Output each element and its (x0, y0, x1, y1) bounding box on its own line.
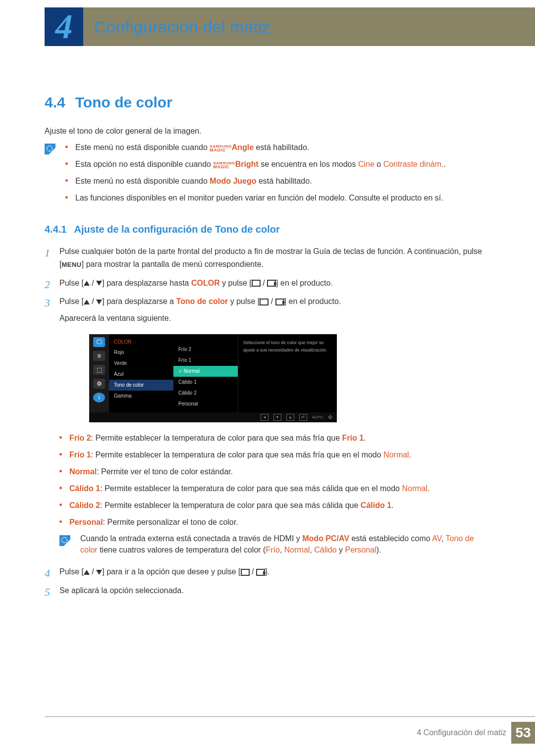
note-item: Este menú no está disponible cuando SAMS… (65, 142, 490, 153)
down-arrow-icon (96, 570, 102, 575)
osd-screenshot: 🖵 ≡ ⬚ ⚙ i COLOR Rojo Verde Azul Tono de … (89, 334, 490, 422)
up-arrow-icon (84, 570, 90, 575)
section-number: 4.4 (45, 94, 65, 110)
subsection-heading: 4.4.1Ajuste de la configuración de Tono … (45, 224, 490, 235)
osd-option: Frío 2 (173, 344, 238, 355)
osd-option: Personal (173, 399, 238, 409)
down-arrow-icon (96, 300, 102, 304)
osd-option: Cálido 1 (173, 377, 238, 388)
osd-option: Frío 1 (173, 355, 238, 366)
osd-menu-item: Gamma (109, 391, 173, 402)
osd-option: Cálido 2 (173, 388, 238, 399)
note-list-1: Este menú no está disponible cuando SAMS… (65, 142, 490, 209)
page-number: 53 (511, 722, 535, 744)
note-block-1: Este menú no está disponible cuando SAMS… (45, 142, 490, 209)
chapter-number-box: 4 (45, 7, 83, 46)
samsung-magic-label: SAMSUNGMAGIC (213, 161, 235, 169)
osd-option-selected: ✓ Normal (173, 366, 238, 377)
step-1: 1Pulse cualquier botón de la parte front… (45, 245, 490, 270)
osd-key-left-icon: ◂ (261, 414, 268, 421)
note-icon (45, 144, 55, 154)
osd-menu-item: Verde (109, 358, 173, 369)
osd-power-icon: ⏻ (328, 414, 332, 421)
osd-tab-icon: ⬚ (93, 365, 105, 375)
up-arrow-icon (84, 281, 90, 286)
intro-text: Ajuste el tono de color general de la im… (45, 126, 490, 137)
select-button-icon (260, 299, 268, 305)
note-2-text: Cuando la entrada externa está conectada… (80, 533, 490, 555)
osd-footer: ◂ ▾ ▴ ⏎ AUTO ⏻ (89, 412, 337, 422)
step-3: 3Pulse [ / ] para desplazarse a Tono de … (45, 295, 490, 555)
note-block-2: Cuando la entrada externa está conectada… (59, 533, 490, 555)
step-4: 4Pulse [ / ] para ir a la opción que des… (45, 565, 490, 578)
desc-item: Frío 2: Permite establecer la temperatur… (59, 432, 490, 444)
note-icon (59, 535, 70, 546)
steps-list: 1Pulse cualquier botón de la parte front… (45, 245, 490, 597)
page-footer: 4 Configuración del matiz 53 (45, 716, 535, 744)
osd-menu: COLOR Rojo Verde Azul Tono de color Gamm… (109, 334, 173, 412)
desc-item: Cálido 1: Permite establecer la temperat… (59, 483, 490, 495)
osd-menu-item-selected: Tono de color (109, 380, 173, 391)
note-item: Este menú no está disponible cuando Modo… (65, 175, 490, 187)
osd-key-up-icon: ▴ (286, 414, 294, 421)
desc-item: Cálido 2: Permite establecer la temperat… (59, 500, 490, 511)
desc-item: Frío 1: Permite establecer la temperatur… (59, 449, 490, 461)
osd-tab-icon: i (93, 393, 105, 403)
subsection-title: Ajuste de la configuración de Tono de co… (74, 224, 279, 235)
osd-auto-label: AUTO (312, 414, 323, 421)
up-arrow-icon (84, 300, 90, 304)
step-3-sub: Aparecerá la ventana siguiente. (59, 312, 490, 325)
subsection-number: 4.4.1 (45, 224, 66, 235)
osd-tab-icon: ⚙ (93, 379, 105, 389)
enter-button-icon (275, 299, 284, 305)
step-2: 2Pulse [ / ] para desplazarse hasta COLO… (45, 277, 490, 290)
note-item: Esta opción no está disponible cuando SA… (65, 158, 490, 170)
section-title: Tono de color (75, 94, 172, 110)
desc-item: Personal: Permite personalizar el tono d… (59, 516, 490, 528)
osd-sidebar: 🖵 ≡ ⬚ ⚙ i (89, 334, 109, 412)
enter-button-icon (256, 569, 265, 576)
osd-key-enter-icon: ⏎ (299, 414, 307, 421)
section-heading: 4.4Tono de color (45, 94, 490, 111)
down-arrow-icon (96, 281, 102, 286)
option-descriptions: Frío 2: Permite establecer la temperatur… (59, 432, 490, 528)
osd-info-text: Seleccione el tono de color que mejor se… (238, 334, 337, 412)
osd-menu-item: Azul (109, 369, 173, 380)
samsung-magic-label: SAMSUNGMAGIC (210, 145, 231, 152)
chapter-title: Configuración del matiz (94, 17, 270, 37)
osd-menu-title: COLOR (109, 337, 173, 347)
note-item: Las funciones disponibles en el monitor … (65, 192, 490, 204)
osd-tab-picture-icon: 🖵 (93, 337, 105, 347)
select-button-icon (241, 569, 250, 576)
chapter-header: Configuración del matiz (45, 7, 535, 46)
osd-key-down-icon: ▾ (273, 414, 281, 421)
step-5: 5Se aplicará la opción seleccionada. (45, 584, 490, 597)
osd-tab-icon: ≡ (93, 351, 105, 361)
footer-text: 4 Configuración del matiz (417, 728, 506, 737)
menu-key: MENU (61, 261, 81, 268)
select-button-icon (252, 280, 261, 287)
desc-item: Normal: Permite ver el tono de color est… (59, 466, 490, 478)
osd-options: Frío 2 Frío 1 ✓ Normal Cálido 1 Cálido 2… (173, 334, 238, 412)
osd-menu-item: Rojo (109, 347, 173, 358)
enter-button-icon (267, 280, 276, 287)
chapter-number: 4 (55, 7, 73, 47)
